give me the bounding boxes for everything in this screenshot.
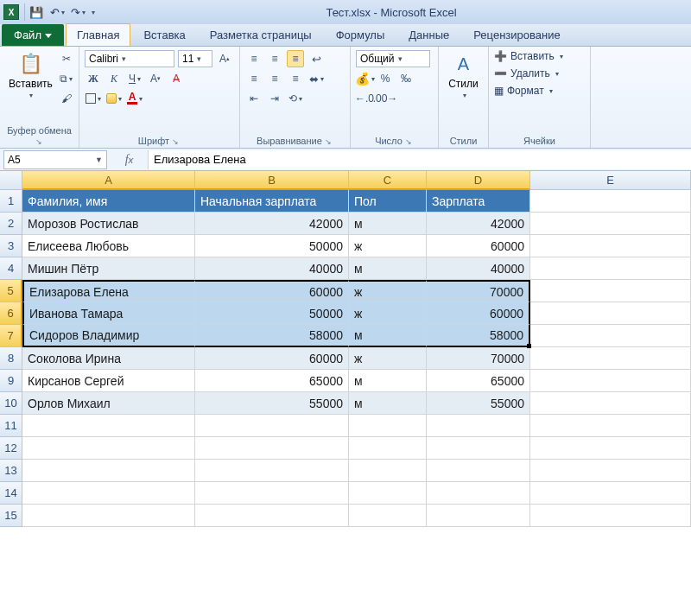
column-header-D[interactable]: D — [427, 171, 530, 190]
increase-decimal-button[interactable]: ←.0 — [356, 90, 373, 107]
cell[interactable]: 65000 — [195, 370, 349, 392]
shrink-font-button[interactable]: A▾ — [147, 70, 164, 87]
clipboard-launcher-icon[interactable]: ↘ — [35, 137, 44, 146]
cell[interactable] — [427, 437, 530, 460]
paste-button[interactable]: 📋 Вставить ▾ — [5, 50, 56, 101]
cell[interactable] — [195, 482, 349, 505]
align-middle-button[interactable]: ≡ — [266, 50, 283, 67]
row-header[interactable]: 9 — [0, 370, 22, 392]
cell[interactable]: 42000 — [195, 213, 349, 235]
format-painter-button[interactable]: 🖌 — [58, 90, 75, 107]
row-header[interactable]: 8 — [0, 347, 22, 370]
cell[interactable]: м — [349, 392, 427, 415]
format-cells-button[interactable]: ▦Формат▾ — [494, 85, 585, 97]
font-color-button[interactable]: A▾ — [126, 90, 143, 107]
name-box[interactable]: A5▼ — [3, 150, 107, 169]
tab-formulas[interactable]: Формулы — [325, 23, 396, 46]
cell[interactable]: м — [349, 213, 427, 235]
cell[interactable] — [530, 437, 691, 460]
align-center-button[interactable]: ≡ — [266, 70, 283, 87]
wrap-text-button[interactable]: ↩ — [307, 50, 325, 67]
merge-button[interactable]: ⬌▾ — [307, 70, 325, 87]
underline-button[interactable]: Ч▾ — [126, 70, 143, 87]
cell[interactable]: м — [349, 370, 427, 392]
cell[interactable]: 58000 — [427, 325, 530, 347]
fill-color-button[interactable]: ▾ — [105, 90, 123, 107]
font-name-combo[interactable]: Calibri▾ — [85, 50, 174, 67]
cell[interactable]: 55000 — [195, 392, 349, 415]
cell[interactable] — [22, 505, 195, 527]
cell[interactable] — [349, 415, 427, 437]
row-header[interactable]: 2 — [0, 213, 22, 235]
cell[interactable] — [349, 505, 427, 527]
row-header[interactable]: 15 — [0, 505, 22, 527]
cell[interactable]: 70000 — [427, 347, 530, 370]
increase-indent-button[interactable]: ⇥ — [266, 90, 283, 107]
align-bottom-button[interactable]: ≡ — [287, 50, 304, 67]
tab-insert[interactable]: Вставка — [132, 23, 196, 46]
cell[interactable]: 60000 — [427, 302, 530, 325]
cell[interactable]: Морозов Ростислав — [22, 213, 195, 235]
cell[interactable]: 70000 — [427, 280, 530, 302]
cell[interactable] — [530, 505, 691, 527]
formula-input[interactable]: Елизарова Елена — [149, 150, 691, 169]
currency-button[interactable]: 💰▾ — [356, 70, 373, 87]
cell[interactable]: Пол — [349, 190, 427, 213]
cell[interactable] — [349, 482, 427, 505]
cell[interactable] — [195, 437, 349, 460]
cell-styles-button[interactable]: A Стили ▾ — [444, 50, 483, 101]
cell[interactable]: 50000 — [195, 235, 349, 257]
row-header[interactable]: 11 — [0, 415, 22, 437]
cell[interactable]: 65000 — [427, 370, 530, 392]
tab-home[interactable]: Главная — [66, 23, 130, 46]
column-header-C[interactable]: C — [349, 171, 427, 190]
cell[interactable]: Зарплата — [427, 190, 530, 213]
cell[interactable]: Сидоров Владимир — [22, 325, 195, 347]
cell[interactable]: ж — [349, 347, 427, 370]
column-header-E[interactable]: E — [530, 171, 691, 190]
cell[interactable] — [530, 190, 691, 213]
cell[interactable] — [22, 482, 195, 505]
column-header-B[interactable]: B — [195, 171, 349, 190]
clear-format-button[interactable]: A̶ — [168, 70, 185, 87]
cell[interactable]: м — [349, 257, 427, 280]
tab-review[interactable]: Рецензирование — [462, 23, 571, 46]
cell[interactable] — [195, 505, 349, 527]
cell[interactable]: Елизарова Елена — [22, 280, 195, 302]
row-header[interactable]: 5 — [0, 280, 22, 302]
cell[interactable] — [530, 302, 691, 325]
tab-page-layout[interactable]: Разметка страницы — [199, 23, 323, 46]
cell[interactable]: 40000 — [195, 257, 349, 280]
row-header[interactable]: 7 — [0, 325, 22, 347]
cell[interactable]: м — [349, 325, 427, 347]
cut-button[interactable]: ✂ — [58, 50, 75, 67]
cell[interactable] — [22, 415, 195, 437]
row-header[interactable]: 4 — [0, 257, 22, 280]
cell[interactable]: Соколова Ирина — [22, 347, 195, 370]
cell[interactable] — [530, 280, 691, 302]
number-format-combo[interactable]: Общий▾ — [356, 50, 430, 67]
number-launcher-icon[interactable]: ↘ — [405, 137, 414, 146]
cell[interactable] — [195, 415, 349, 437]
cell[interactable]: 60000 — [427, 235, 530, 257]
column-header-A[interactable]: A — [22, 171, 195, 190]
cell[interactable] — [530, 370, 691, 392]
align-top-button[interactable]: ≡ — [245, 50, 263, 67]
copy-button[interactable]: ⧉▾ — [58, 70, 75, 87]
cell[interactable]: 60000 — [195, 347, 349, 370]
cell[interactable]: 40000 — [427, 257, 530, 280]
row-header[interactable]: 12 — [0, 437, 22, 460]
cell[interactable] — [427, 415, 530, 437]
select-all-corner[interactable] — [0, 171, 22, 190]
row-header[interactable]: 13 — [0, 460, 22, 482]
cell[interactable] — [530, 347, 691, 370]
alignment-launcher-icon[interactable]: ↘ — [325, 137, 333, 146]
cell[interactable]: 42000 — [427, 213, 530, 235]
cell[interactable] — [427, 482, 530, 505]
save-button[interactable]: 💾 — [28, 3, 45, 21]
cell[interactable]: Елисеева Любовь — [22, 235, 195, 257]
cell[interactable] — [530, 415, 691, 437]
cell[interactable]: Кирсанов Сергей — [22, 370, 195, 392]
insert-cells-button[interactable]: ➕Вставить▾ — [494, 50, 585, 62]
italic-button[interactable]: К — [105, 70, 123, 87]
